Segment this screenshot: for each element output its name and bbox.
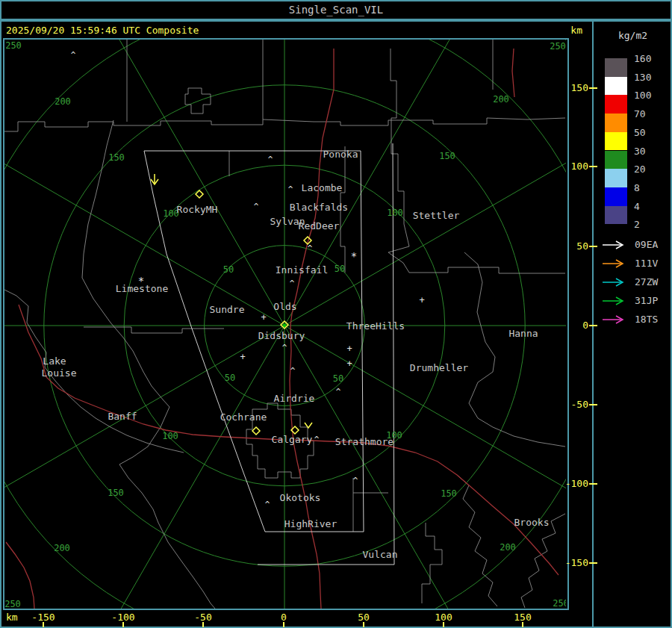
ring-distance-label: 50 bbox=[333, 373, 343, 384]
ring-distance-label: 200 bbox=[493, 94, 509, 105]
bottom-axis-tick bbox=[283, 622, 284, 627]
scale-value-label: 70 bbox=[634, 108, 667, 119]
city-label: RockyMH bbox=[177, 204, 218, 215]
radar-map-canvas[interactable]: 5050505010010010010015015015015020020020… bbox=[4, 40, 566, 609]
city-label: Stettler bbox=[413, 210, 460, 221]
scale-color-block bbox=[605, 77, 627, 96]
ring-distance-label: 250 bbox=[5, 40, 22, 51]
town-plus-marker: + bbox=[346, 358, 352, 369]
right-axis-tick bbox=[589, 483, 597, 485]
bottom-axis-tick bbox=[43, 622, 44, 627]
county-boundary bbox=[464, 252, 565, 447]
bottom-axis-tick bbox=[443, 622, 444, 627]
city-label: Blackfalds bbox=[290, 202, 348, 213]
ring-distance-label: 50 bbox=[223, 264, 234, 275]
radar-id-label: 111V bbox=[635, 258, 658, 269]
bottom-axis-tick-label: 0 bbox=[267, 612, 300, 623]
bottom-axis-tick bbox=[202, 622, 204, 627]
right-axis-tick-label: -50 bbox=[564, 399, 588, 410]
scale-color-block bbox=[605, 95, 627, 114]
right-axis-tick bbox=[589, 325, 597, 326]
scale-value-label: 20 bbox=[634, 164, 667, 175]
scale-color-block bbox=[605, 58, 627, 77]
storm-diamond-marker bbox=[252, 427, 260, 435]
county-boundary bbox=[82, 120, 215, 609]
town-caret-marker: ^ bbox=[288, 184, 293, 194]
scale-color-block bbox=[605, 151, 627, 170]
radar-id-label: 27ZW bbox=[635, 276, 658, 287]
town-plus-marker: + bbox=[240, 352, 245, 362]
radar-viewer-window: Single_Scan_VIL 2025/09/20 15:59:46 UTC … bbox=[0, 0, 672, 628]
ring-distance-label: 150 bbox=[108, 152, 125, 163]
town-caret-marker: ^ bbox=[254, 202, 259, 211]
radar-id-label: 18TS bbox=[635, 314, 658, 325]
city-label: Drumheller bbox=[410, 362, 468, 373]
town-caret-marker: ^ bbox=[336, 387, 341, 397]
window-title: Single_Scan_VIL bbox=[1, 4, 671, 16]
right-axis-tick bbox=[589, 246, 597, 247]
asterisk-marker: * bbox=[351, 250, 357, 262]
county-boundary bbox=[84, 327, 224, 333]
bottom-axis-tick-label: 150 bbox=[506, 612, 539, 623]
highway bbox=[512, 49, 514, 97]
ring-distance-label: 250 bbox=[4, 599, 21, 609]
scale-value-label: 100 bbox=[634, 90, 667, 101]
city-label: Banff bbox=[108, 411, 137, 422]
town-caret-marker: ^ bbox=[308, 243, 313, 253]
radar-id-label: 09EA bbox=[635, 239, 658, 250]
town-caret-marker: ^ bbox=[71, 50, 76, 60]
ring-distance-label: 150 bbox=[439, 151, 455, 161]
radial-line bbox=[75, 40, 284, 326]
legend-unit-label: kg/m2 bbox=[594, 30, 672, 41]
city-label: Olds bbox=[273, 301, 296, 312]
scale-color-block bbox=[605, 206, 627, 225]
scale-value-label: 130 bbox=[634, 72, 667, 83]
scan-timestamp: 2025/09/20 15:59:46 UTC Composite bbox=[6, 25, 199, 36]
ring-distance-label: 50 bbox=[335, 264, 345, 274]
city-label: Cochrane bbox=[220, 411, 267, 423]
city-label: Okotoks bbox=[280, 492, 321, 503]
city-label: Innisfail bbox=[276, 264, 328, 276]
radar-id-label: 31JP bbox=[635, 295, 658, 306]
town-caret-marker: ^ bbox=[353, 476, 358, 485]
town-caret-marker: ^ bbox=[290, 366, 296, 376]
scale-color-block bbox=[605, 187, 627, 206]
city-label: Brooks bbox=[514, 517, 550, 528]
ring-distance-label: 150 bbox=[108, 488, 124, 498]
county-boundary bbox=[457, 475, 497, 606]
bottom-axis-tick bbox=[122, 622, 124, 627]
scale-value-label: 50 bbox=[634, 127, 667, 138]
town-caret-marker: ^ bbox=[290, 279, 295, 288]
city-label: Louise bbox=[42, 367, 77, 379]
right-axis-unit: km bbox=[560, 25, 582, 36]
city-label: Sundre bbox=[210, 304, 245, 315]
bottom-axis-tick-label: -100 bbox=[107, 612, 140, 623]
ring-distance-label: 200 bbox=[55, 96, 71, 107]
city-label: Vulcan bbox=[363, 549, 398, 560]
right-axis-tick bbox=[589, 404, 597, 405]
town-caret-marker: ^ bbox=[282, 343, 287, 352]
county-boundary bbox=[353, 478, 388, 532]
radial-line bbox=[284, 326, 566, 535]
bottom-axis-unit: km bbox=[6, 612, 18, 623]
scale-color-block bbox=[605, 169, 627, 187]
right-axis-tick bbox=[589, 166, 597, 167]
city-label: HighRiver bbox=[284, 518, 337, 529]
ring-distance-label: 200 bbox=[54, 543, 70, 553]
right-axis-tick-label: 0 bbox=[564, 320, 588, 331]
city-label: Lacombe bbox=[302, 182, 343, 193]
bottom-axis-tick-label: -150 bbox=[27, 612, 60, 623]
scale-value-label: 2 bbox=[634, 219, 667, 230]
county-boundary bbox=[422, 523, 442, 603]
city-label: RedDeer bbox=[299, 220, 340, 231]
right-axis-tick-label: 150 bbox=[564, 82, 588, 93]
right-axis-tick-label: -150 bbox=[564, 557, 588, 568]
radial-line bbox=[4, 116, 284, 326]
city-label: Calgary bbox=[272, 434, 313, 445]
right-axis-tick bbox=[589, 562, 597, 564]
town-plus-marker: + bbox=[346, 343, 352, 354]
bottom-axis-tick-label: 50 bbox=[347, 612, 380, 623]
town-plus-marker: + bbox=[261, 312, 266, 323]
town-caret-marker: ^ bbox=[268, 155, 273, 164]
title-bar: Single_Scan_VIL bbox=[0, 0, 672, 20]
